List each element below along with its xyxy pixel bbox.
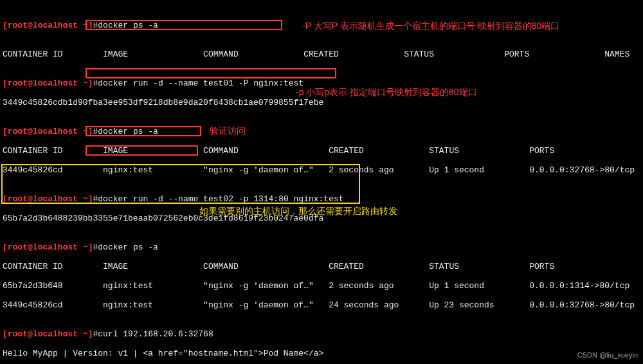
prompt-path: ~ bbox=[78, 21, 88, 30]
ps-header-3: CONTAINER ID IMAGE COMMAND CREATED STATU… bbox=[3, 262, 640, 271]
cmd-run-p: docker run -d --name test02 -p 1314:80 n… bbox=[98, 194, 343, 204]
annotation-route: 如果需要别的主机访问，那么还需要开启路由转发 bbox=[199, 206, 397, 216]
cmd-curl1: curl 192.168.20.6:32768 bbox=[98, 329, 213, 339]
table-row: 3449c45826cd nginx:test "nginx -g 'daemo… bbox=[3, 165, 640, 175]
annotation-lower-p: -p 小写p表示 指定端口号映射到容器的80端口 bbox=[296, 87, 477, 97]
prompt-open: [ bbox=[3, 21, 8, 30]
table-row: 3449c45826cd nginx:test "nginx -g 'daemo… bbox=[3, 300, 640, 310]
cmd-ps1: docker ps -a bbox=[98, 21, 158, 30]
prompt-user: root bbox=[8, 21, 28, 30]
table-row: 65b7a2d3b648 nginx:test "nginx -g 'daemo… bbox=[3, 281, 640, 291]
curl-output-1: Hello MyApp | Version: v1 | <a href="hos… bbox=[3, 349, 640, 358]
watermark: CSDN @liu_xueyin bbox=[577, 350, 638, 360]
terminal[interactable]: [root@localhost ~]#docker ps -a CONTAINE… bbox=[0, 0, 643, 364]
cmd-ps3: docker ps -a bbox=[98, 242, 158, 252]
prompt-host: localhost bbox=[33, 21, 78, 30]
prompt-at: @ bbox=[28, 21, 33, 30]
ps-header-1: CONTAINER ID IMAGE COMMAND CREATED STATU… bbox=[3, 50, 640, 59]
cmd-ps2: docker ps -a bbox=[98, 127, 158, 136]
cmd-run-P: docker run -d --name test01 -P nginx:tes… bbox=[98, 78, 303, 88]
annotation-upper-P: -P 大写P 表示随机生成一个宿主机的端口号 映射到容器的80端口 bbox=[302, 21, 559, 31]
ps-header-2: CONTAINER ID IMAGE COMMAND CREATED STATU… bbox=[3, 146, 640, 156]
annotation-verify: 验证访问 bbox=[210, 126, 246, 136]
hash-out-1: 3449c45826cdb1d90fba3ee953df9218db8e9da2… bbox=[3, 98, 640, 107]
